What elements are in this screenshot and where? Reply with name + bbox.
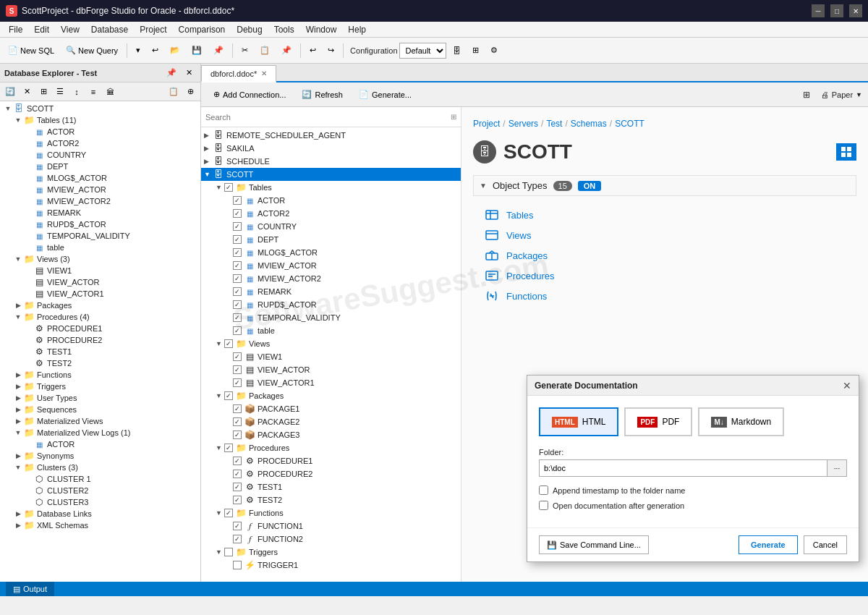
remark-checkbox[interactable] <box>233 287 242 296</box>
list-item[interactable]: ⚙PROCEDURE1 <box>0 323 200 334</box>
sidebar-item-sequences[interactable]: 📁 Sequences <box>0 404 200 415</box>
open-checkbox[interactable] <box>539 501 548 510</box>
schema-item-tables-folder[interactable]: ▼ 📁 Tables <box>201 181 461 194</box>
list-item[interactable]: ▦MVIEW_ACTOR <box>0 184 200 195</box>
view1-checkbox[interactable] <box>233 352 242 361</box>
save-command-line-button[interactable]: 💾 Save Command Line... <box>539 535 649 554</box>
schema-item-country[interactable]: ▦COUNTRY <box>201 220 461 233</box>
views-checkbox[interactable] <box>224 339 233 348</box>
sidebar-item-procedures[interactable]: 📁 Procedures (4) <box>0 311 200 323</box>
generate-button[interactable]: 📄 Generate... <box>352 85 418 104</box>
triggers-checkbox[interactable] <box>224 548 233 556</box>
schema-item-schedule[interactable]: ▶ 🗄 SCHEDULE <box>201 155 461 168</box>
schema-item-table[interactable]: ▦table <box>201 324 461 337</box>
sidebar-copy-button[interactable]: ⊞ <box>36 85 51 99</box>
toolbar-btn-compare[interactable]: ⊞ <box>467 41 484 60</box>
sidebar-item-user-types[interactable]: 📁 User Types <box>0 392 200 404</box>
menu-comparison[interactable]: Comparison <box>173 23 231 36</box>
sidebar-item-xml-schemas[interactable]: 📁 XML Schemas <box>0 519 200 531</box>
tables-checkbox[interactable] <box>224 183 233 192</box>
menu-edit[interactable]: Edit <box>28 23 55 36</box>
layout-button[interactable]: ⊞ <box>798 86 815 103</box>
view-actor1-checkbox[interactable] <box>233 378 242 387</box>
country-checkbox[interactable] <box>233 222 242 231</box>
menu-debug[interactable]: Debug <box>231 23 268 36</box>
breadcrumb-schemas[interactable]: Schemas <box>571 119 607 129</box>
schema-item-trigger1[interactable]: ⚡TRIGGER1 <box>201 559 461 572</box>
sidebar-item-db-links[interactable]: 📁 Database Links <box>0 508 200 519</box>
object-types-toggle[interactable]: ON <box>578 181 602 191</box>
package3-checkbox[interactable] <box>233 430 242 439</box>
sidebar-item-tables[interactable]: 📁 Tables (11) <box>0 114 200 126</box>
sidebar-pin-button[interactable]: 📌 <box>164 66 179 80</box>
schema-item-mlog-actor[interactable]: ▦MLOG$_ACTOR <box>201 246 461 259</box>
list-item[interactable]: ▦ACTOR <box>0 126 200 137</box>
obj-type-packages[interactable]: Packages <box>473 245 856 266</box>
test2-checkbox[interactable] <box>233 496 242 504</box>
schema-item-views-folder[interactable]: ▼ 📁 Views <box>201 337 461 350</box>
schema-item-view-actor[interactable]: ▤VIEW_ACTOR <box>201 363 461 376</box>
func1-checkbox[interactable] <box>233 522 242 530</box>
list-item[interactable]: ⚙PROCEDURE2 <box>0 334 200 346</box>
temporal-checkbox[interactable] <box>233 313 242 322</box>
schema-item-test2[interactable]: ⚙TEST2 <box>201 493 461 506</box>
toolbar-btn-db[interactable]: 🗄 <box>448 41 466 60</box>
dialog-close-button[interactable]: ✕ <box>843 380 851 391</box>
list-item[interactable]: ⬡CLUSTER2 <box>0 485 200 496</box>
sidebar-item-functions[interactable]: 📁 Functions <box>0 369 200 381</box>
list-item[interactable]: ▦RUPD$_ACTOR <box>0 219 200 230</box>
list-item[interactable]: ▦TEMPORAL_VALIDITY <box>0 230 200 242</box>
tab-close-button[interactable]: ✕ <box>261 69 267 77</box>
grid-view-button[interactable] <box>836 143 856 161</box>
mlog-actor-checkbox[interactable] <box>233 248 242 257</box>
schema-item-view-actor1[interactable]: ▤VIEW_ACTOR1 <box>201 376 461 389</box>
sidebar-more-button[interactable]: ≡ <box>86 85 101 99</box>
list-item[interactable]: ▦ACTOR2 <box>0 137 200 149</box>
schema-item-temporal[interactable]: ▦TEMPORAL_VALIDITY <box>201 311 461 324</box>
new-query-button[interactable]: 🔍 New Query <box>61 41 123 60</box>
schema-item-actor2[interactable]: ▦ACTOR2 <box>201 207 461 220</box>
sidebar-filter-button[interactable]: ☰ <box>53 85 67 99</box>
list-item[interactable]: ▦DEPT <box>0 161 200 172</box>
packages-checkbox[interactable] <box>224 391 233 400</box>
sidebar-close-button[interactable]: ✕ <box>182 66 196 80</box>
package1-checkbox[interactable] <box>233 404 242 413</box>
toolbar-btn-cut[interactable]: ✂ <box>237 41 253 60</box>
mview-actor-checkbox[interactable] <box>233 261 242 270</box>
menu-view[interactable]: View <box>55 23 85 36</box>
add-connection-button[interactable]: ⊕ Add Connection... <box>207 85 292 104</box>
generate-documentation-dialog[interactable]: Generate Documentation ✕ HTML HTML PDF P… <box>527 375 859 562</box>
actor2-checkbox[interactable] <box>233 209 242 218</box>
format-markdown-button[interactable]: M↓ Markdown <box>698 407 784 436</box>
minimize-button[interactable]: ─ <box>812 4 825 17</box>
object-types-triangle[interactable]: ▼ <box>480 182 487 190</box>
sidebar-extra-button[interactable]: ⊕ <box>183 85 197 99</box>
list-item[interactable]: ⬡CLUSTER3 <box>0 496 200 508</box>
refresh-button[interactable]: 🔄 Refresh <box>295 85 349 104</box>
output-tab[interactable]: ▤ Output <box>6 582 54 596</box>
obj-type-functions[interactable]: Functions <box>473 286 856 306</box>
breadcrumb-servers[interactable]: Servers <box>509 119 538 129</box>
toolbar-btn-paste[interactable]: 📌 <box>276 41 297 60</box>
list-item[interactable]: ▤VIEW1 <box>0 265 200 276</box>
list-item[interactable]: ▦MLOG$_ACTOR <box>0 172 200 184</box>
sidebar-item-mat-view-logs[interactable]: 📁 Materialized View Logs (1) <box>0 427 200 438</box>
schema-item-proc1[interactable]: ⚙PROCEDURE1 <box>201 454 461 467</box>
sidebar-item-triggers[interactable]: 📁 Triggers <box>0 381 200 392</box>
toolbar-btn-4[interactable]: 💾 <box>187 41 207 60</box>
proc2-checkbox[interactable] <box>233 470 242 478</box>
tab-ddoc[interactable]: dbforcl.ddoc* ✕ <box>201 65 276 82</box>
sidebar-schema-button[interactable]: 🏛 <box>103 85 117 99</box>
obj-type-procedures[interactable]: Procedures <box>473 266 856 286</box>
actor-checkbox[interactable] <box>233 196 242 205</box>
breadcrumb-scott[interactable]: SCOTT <box>615 119 644 129</box>
sidebar-item-clusters[interactable]: 📁 Clusters (3) <box>0 462 200 473</box>
schema-item-remark[interactable]: ▦REMARK <box>201 285 461 298</box>
menu-help[interactable]: Help <box>342 23 372 36</box>
list-item[interactable]: ▦ACTOR <box>0 438 200 450</box>
procedures-checkbox[interactable] <box>224 444 233 452</box>
table-checkbox[interactable] <box>233 326 242 335</box>
new-sql-button[interactable]: 📄 New SQL <box>3 41 59 60</box>
sidebar-sort-button[interactable]: ↕ <box>69 85 84 99</box>
schema-item-package2[interactable]: 📦PACKAGE2 <box>201 415 461 428</box>
